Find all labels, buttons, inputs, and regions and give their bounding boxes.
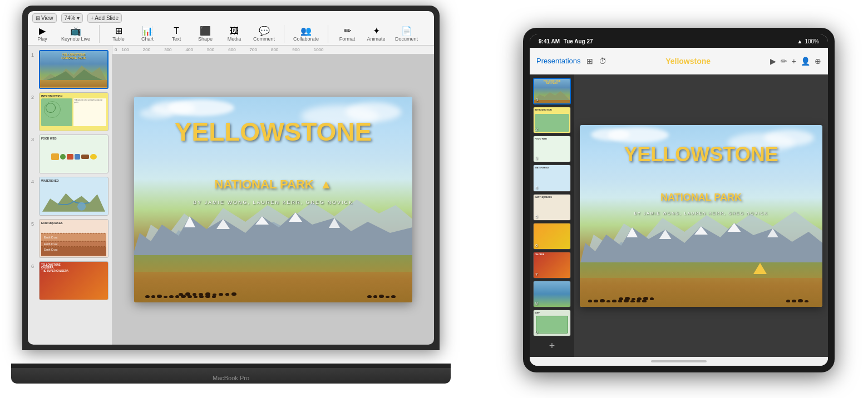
ipad-slide-thumb-2[interactable]: INTRODUCTION 2 <box>533 107 571 133</box>
ipad-share-btn[interactable]: 👤 <box>801 57 810 66</box>
slide-thumb-5[interactable]: 5 EARTHQUAKES <box>31 219 108 258</box>
main-slide-subtitle-text: NATIONAL PARK <box>214 177 313 191</box>
ipad-slide-num-5: 5 <box>535 214 537 219</box>
animate-toolbar-item[interactable]: ✦ Animate <box>366 27 386 42</box>
ipad-add-slide-btn[interactable]: + <box>533 339 571 354</box>
toolbar-separator-3 <box>328 25 328 43</box>
ipad-slide-num-4: 4 <box>535 185 537 190</box>
shape-icon: ⬛ <box>200 27 211 36</box>
ipad-home-bar <box>530 357 828 366</box>
table-toolbar-item[interactable]: ⊞ Table <box>108 27 129 42</box>
slide-thumb-4[interactable]: 4 WATERSHED <box>31 177 108 216</box>
ipad-slide-thumb-7[interactable]: CALDERA 7 <box>533 252 571 278</box>
collaborate-label: Collaborate <box>293 36 319 42</box>
ipad-toolbar: Presentations ⊞ ⏱ Yellowstone ▶ ✏ + 👤 ⊕ <box>530 48 828 74</box>
ipad-main-slide: YELLOWSTONE NATIONAL PARK BY JAMIE WONG,… <box>580 125 822 307</box>
keynote-live-toolbar-item[interactable]: 📺 Keynote Live <box>61 27 90 42</box>
view-label: View <box>41 15 53 21</box>
ipad-status-bar: 9:41 AM Tue Aug 27 ▲ 100% <box>530 34 828 48</box>
comment-toolbar-item[interactable]: 💬 Comment <box>253 27 275 42</box>
slide-img-2: INTRODUCTION Yellowstone is the worlds f… <box>39 92 108 131</box>
keynote-toolbar: ⊞ View 74% ▾ + Add Slide ▶ <box>28 11 434 46</box>
media-toolbar-item[interactable]: 🖼 Media <box>224 27 244 42</box>
ipad-more-btn[interactable]: ⊕ <box>815 57 821 66</box>
slide-img-6: YELLOWSTONECALDERA:THE SUPER CALDERA <box>39 261 108 300</box>
shape-label: Shape <box>198 36 213 42</box>
ipad-play-btn[interactable]: ▶ <box>770 57 776 66</box>
ipad-pencil-btn[interactable]: ✏ <box>781 57 787 66</box>
comment-label: Comment <box>253 36 275 42</box>
ipad-presentations-button[interactable]: Presentations <box>536 57 581 65</box>
zoom-label: 74% <box>65 15 76 21</box>
ipad-main-slide-subtitle: NATIONAL PARK <box>591 192 811 203</box>
main-slide-subtitle: NATIONAL PARK ▲ <box>151 177 396 192</box>
play-icon: ▶ <box>39 27 46 36</box>
toolbar-top-row: ⊞ View 74% ▾ + Add Slide <box>32 13 430 23</box>
play-toolbar-item[interactable]: ▶ Play <box>32 27 52 42</box>
ipad-time: 9:41 AM Tue Aug 27 <box>539 38 593 44</box>
ipad-doc-title: Yellowstone <box>665 57 711 66</box>
document-icon: 📄 <box>401 27 412 36</box>
ipad-slide-num-1: 1 <box>536 97 538 102</box>
view-icon: ⊞ <box>36 15 40 21</box>
table-icon: ⊞ <box>115 27 122 36</box>
ipad-toolbar-left: Presentations ⊞ ⏱ <box>536 57 606 66</box>
table-label: Table <box>112 36 125 42</box>
text-toolbar-item[interactable]: T Text <box>166 27 186 42</box>
collaborate-toolbar-item[interactable]: 👥 Collaborate <box>293 27 319 42</box>
format-toolbar-item[interactable]: ✏ Format <box>337 27 357 42</box>
shape-toolbar-item[interactable]: ⬛ Shape <box>195 27 215 42</box>
ipad-slide-thumb-3[interactable]: FOOD WEB 3 <box>533 136 571 162</box>
ipad-date: Tue Aug 27 <box>564 38 593 44</box>
ipad-slide-thumb-4[interactable]: WATERSHED 4 <box>533 165 571 191</box>
add-slide-label: Add Slide <box>95 15 119 21</box>
slide-thumb-6[interactable]: 6 YELLOWSTONECALDERA:THE SUPER CALDERA <box>31 261 108 300</box>
ipad-content: YELLOWSTONENAT. PARK 1 INTRODUCTION 2 <box>530 74 828 357</box>
keynote-live-label: Keynote Live <box>61 36 90 42</box>
slide-img-3: FOOD WEB <box>39 135 108 173</box>
slide-thumb-2[interactable]: 2 INTRODUCTION <box>31 92 108 131</box>
comment-icon: 💬 <box>259 27 270 36</box>
document-label: Document <box>395 36 418 42</box>
ipad-view-toggle[interactable]: ⊞ <box>586 57 593 66</box>
slide-thumb-1[interactable]: 1 YELLOWSTONENATIONAL PARK <box>31 50 108 89</box>
ipad-triangle-decoration <box>753 263 767 274</box>
macbook-hinge <box>11 364 451 368</box>
svg-text:Earth Crust: Earth Crust <box>44 243 58 246</box>
zoom-button[interactable]: 74% ▾ <box>61 13 83 23</box>
ipad-slide-thumb-8[interactable]: 8 <box>533 281 571 307</box>
ipad-time-text: 9:41 AM <box>539 38 560 44</box>
ipad-slide-thumb-1[interactable]: YELLOWSTONENAT. PARK 1 <box>533 78 571 105</box>
ipad-slide-thumb-6[interactable]: 6 <box>533 223 571 250</box>
slide-num-6: 6 <box>31 263 37 269</box>
slide-thumb-3[interactable]: 3 FOOD WEB <box>31 135 108 173</box>
ipad-add-btn[interactable]: + <box>792 57 796 66</box>
format-icon: ✏ <box>344 27 351 36</box>
ipad-settings-btn[interactable]: ⏱ <box>599 57 606 66</box>
ipad-slide-num-7: 7 <box>535 272 537 277</box>
view-button[interactable]: ⊞ View <box>32 13 57 23</box>
add-slide-button[interactable]: + Add Slide <box>87 13 122 23</box>
slide-num-3: 3 <box>31 137 37 142</box>
chart-toolbar-item[interactable]: 📊 Chart <box>137 27 157 42</box>
toolbar-main-row: ▶ Play 📺 Keynote Live ⊞ Table 📊 Chart <box>32 25 430 43</box>
slide-num-1: 1 <box>31 52 37 58</box>
macbook-base <box>11 368 451 384</box>
canvas-area[interactable]: 0 100 200 300 400 500 600 700 800 900 10… <box>112 46 434 345</box>
animate-label: Animate <box>367 36 386 42</box>
animate-icon: ✦ <box>373 27 380 36</box>
svg-marker-21 <box>534 91 570 100</box>
ipad-slide-num-6: 6 <box>535 243 537 248</box>
ipad-main-slide-byline: BY JAMIE WONG, LAUREN KERR, GREG NOVICK <box>591 211 811 215</box>
ipad-slide-thumb-5[interactable]: EARTHQUAKES 5 <box>533 194 571 221</box>
svg-text:Earth Crust: Earth Crust <box>44 236 58 239</box>
ipad-slide-thumb-9[interactable]: MAP 9 <box>533 310 571 336</box>
chart-label: Chart <box>141 36 154 42</box>
slide-num-5: 5 <box>31 221 37 227</box>
ipad-home-indicator <box>651 360 707 362</box>
battery-label: 100% <box>805 38 819 44</box>
add-icon: + <box>91 15 94 21</box>
ipad-canvas: YELLOWSTONE NATIONAL PARK BY JAMIE WONG,… <box>574 74 828 357</box>
document-toolbar-item[interactable]: 📄 Document <box>395 27 418 42</box>
collaborate-icon: 👥 <box>300 27 312 36</box>
